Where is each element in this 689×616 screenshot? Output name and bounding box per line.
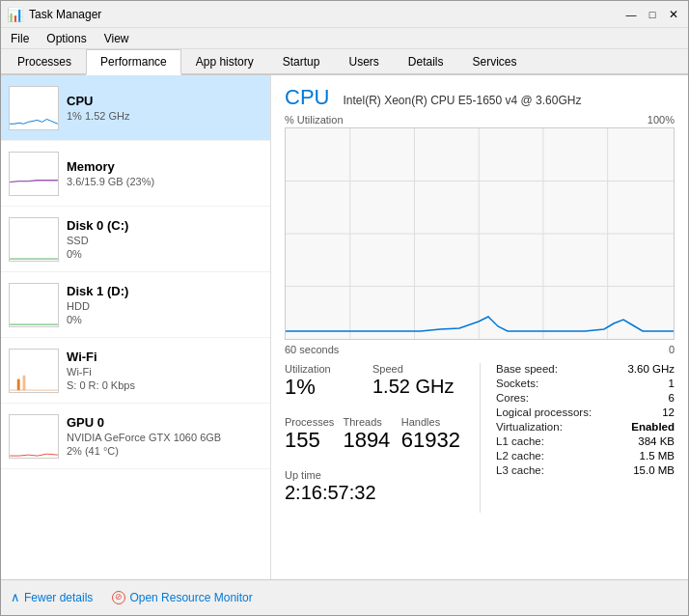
tab-startup[interactable]: Startup: [268, 49, 335, 75]
gpu0-info: GPU 0 NVIDIA GeForce GTX 1060 6GB 2% (41…: [67, 415, 262, 457]
disk1-info: Disk 1 (D:) HDD 0%: [67, 284, 262, 325]
tab-users[interactable]: Users: [334, 49, 393, 75]
resource-item-cpu[interactable]: CPU 1% 1.52 GHz: [1, 75, 270, 141]
cpu-chart: [285, 127, 675, 340]
logical-label: Logical processors:: [496, 406, 592, 418]
uptime-value: 2:16:57:32: [285, 482, 460, 503]
svg-rect-1: [10, 153, 58, 195]
gpu0-name: GPU 0: [67, 415, 262, 430]
wifi-info: Wi-Fi Wi-Fi S: 0 R: 0 Kbps: [67, 350, 262, 391]
app-icon: 📊: [7, 7, 23, 22]
processes-value: 155: [285, 429, 343, 452]
tab-details[interactable]: Details: [394, 49, 458, 75]
resource-item-gpu0[interactable]: GPU 0 NVIDIA GeForce GTX 1060 6GB 2% (41…: [1, 404, 270, 469]
chart-labels-bottom: 60 seconds 0: [285, 344, 675, 355]
cpu-model-label: Intel(R) Xeon(R) CPU E5-1650 v4 @ 3.60GH…: [343, 94, 581, 107]
maximize-button[interactable]: □: [644, 6, 661, 23]
speed-stat: Speed 1.52 GHz: [372, 363, 460, 399]
menu-bar: File Options View: [1, 28, 688, 49]
minimize-button[interactable]: —: [622, 6, 640, 23]
title-bar: 📊 Task Manager — □ ✕: [1, 1, 688, 28]
processes-stat: Processes 155: [285, 416, 343, 452]
stats-right: Base speed: 3.60 GHz Sockets: 1 Cores: 6…: [480, 363, 675, 513]
menu-file[interactable]: File: [7, 30, 33, 47]
virt-value: Enabled: [631, 421, 675, 433]
menu-options[interactable]: Options: [42, 30, 90, 47]
svg-rect-4: [10, 350, 58, 392]
cpu-title-label: CPU: [285, 85, 329, 110]
left-panel: CPU 1% 1.52 GHz Memory 3.6/15.9 GB (23%): [1, 75, 271, 579]
svg-rect-7: [10, 415, 58, 458]
chart-x-left: 60 seconds: [285, 344, 339, 355]
utilization-stat: Utilization 1%: [285, 363, 372, 399]
menu-view[interactable]: View: [100, 30, 133, 47]
l2-label: L2 cache:: [496, 450, 544, 462]
l2-value: 1.5 MB: [640, 450, 675, 462]
fewer-details-label: Fewer details: [24, 591, 93, 604]
svg-rect-6: [23, 375, 26, 389]
close-button[interactable]: ✕: [665, 6, 682, 23]
gpu0-thumbnail: [9, 414, 59, 459]
tab-services[interactable]: Services: [458, 49, 532, 75]
base-speed-label: Base speed:: [496, 363, 558, 375]
footer: ∧ Fewer details ⊘ Open Resource Monitor: [1, 579, 688, 614]
title-bar-left: 📊 Task Manager: [7, 7, 101, 22]
l1-value: 384 KB: [638, 435, 675, 447]
stats-grid: Utilization 1% Speed 1.52 GHz Processes …: [285, 363, 675, 513]
l1-label: L1 cache:: [496, 435, 544, 447]
l3-value: 15.0 MB: [633, 464, 675, 476]
tab-bar: Processes Performance App history Startu…: [1, 49, 688, 75]
chart-y-label: % Utilization: [285, 114, 344, 126]
logical-value: 12: [662, 406, 675, 418]
logical-proc-stat: Logical processors: 12: [496, 406, 675, 418]
chart-labels-top: % Utilization 100%: [285, 114, 675, 126]
stats-left: Utilization 1% Speed 1.52 GHz Processes …: [285, 363, 480, 513]
base-speed-stat: Base speed: 3.60 GHz: [496, 363, 675, 375]
resource-item-memory[interactable]: Memory 3.6/15.9 GB (23%): [1, 141, 270, 207]
speed-value: 1.52 GHz: [372, 376, 460, 397]
svg-rect-5: [17, 378, 20, 389]
fewer-details-link[interactable]: ∧ Fewer details: [11, 590, 93, 604]
disk0-name: Disk 0 (C:): [67, 218, 262, 233]
open-resource-monitor-link[interactable]: ⊘ Open Resource Monitor: [112, 591, 252, 604]
app-title: Task Manager: [29, 8, 101, 21]
memory-name: Memory: [67, 159, 262, 174]
l3-stat: L3 cache: 15.0 MB: [496, 464, 675, 476]
virt-label: Virtualization:: [496, 421, 563, 433]
svg-rect-3: [10, 284, 58, 326]
threads-value: 1894: [343, 429, 400, 452]
uptime-label: Up time: [285, 469, 460, 481]
speed-label: Speed: [372, 363, 460, 375]
wifi-sub1: Wi-Fi: [67, 366, 262, 378]
tab-apphistory[interactable]: App history: [181, 49, 268, 75]
sockets-value: 1: [669, 378, 675, 389]
wifi-thumbnail: [9, 349, 59, 393]
chart-x-right: 0: [669, 344, 675, 355]
right-panel: CPU Intel(R) Xeon(R) CPU E5-1650 v4 @ 3.…: [271, 75, 688, 579]
threads-stat: Threads 1894: [343, 416, 400, 452]
resource-item-disk1[interactable]: Disk 1 (D:) HDD 0%: [1, 272, 270, 338]
cpu-thumbnail: [9, 86, 59, 130]
cpu-name: CPU: [67, 94, 262, 108]
sockets-stat: Sockets: 1: [496, 378, 675, 389]
threads-label: Threads: [343, 416, 400, 428]
wifi-sub2: S: 0 R: 0 Kbps: [67, 379, 262, 391]
processes-label: Processes: [285, 416, 343, 428]
utilization-value: 1%: [285, 376, 372, 399]
cpu-header: CPU Intel(R) Xeon(R) CPU E5-1650 v4 @ 3.…: [285, 85, 675, 110]
disk0-sub1: SSD: [67, 235, 262, 246]
sockets-label: Sockets:: [496, 378, 538, 389]
chevron-up-icon: ∧: [11, 590, 20, 604]
chart-y-max: 100%: [648, 114, 675, 126]
tab-performance[interactable]: Performance: [86, 49, 181, 75]
monitor-icon: ⊘: [112, 591, 125, 604]
resource-item-wifi[interactable]: Wi-Fi Wi-Fi S: 0 R: 0 Kbps: [1, 338, 270, 404]
tab-processes[interactable]: Processes: [3, 49, 86, 75]
disk1-name: Disk 1 (D:): [67, 284, 262, 298]
gpu0-sub2: 2% (41 °C): [67, 445, 262, 457]
handles-label: Handles: [401, 416, 460, 428]
open-resource-monitor-label: Open Resource Monitor: [129, 591, 252, 604]
l1-stat: L1 cache: 384 KB: [496, 435, 675, 447]
disk0-info: Disk 0 (C:) SSD 0%: [67, 218, 262, 260]
resource-item-disk0[interactable]: Disk 0 (C:) SSD 0%: [1, 207, 270, 272]
